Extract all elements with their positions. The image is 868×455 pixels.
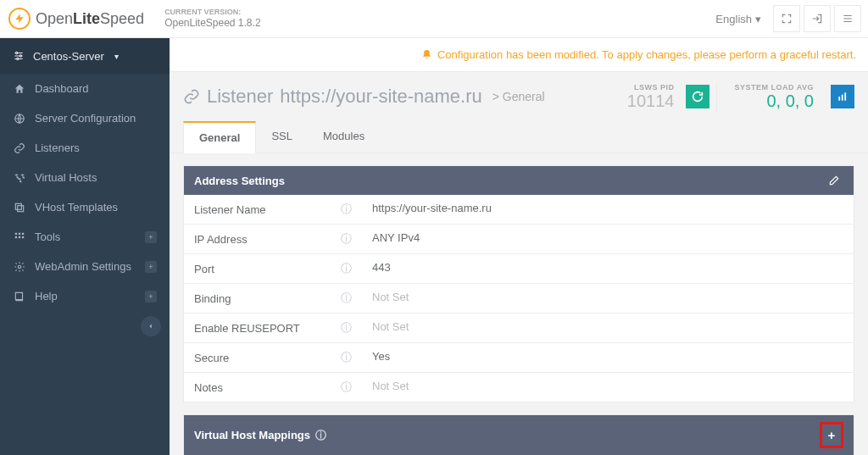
svg-rect-8 (22, 232, 24, 234)
edit-button[interactable] (825, 173, 843, 188)
bell-icon (421, 49, 432, 60)
language-label: English (715, 13, 752, 25)
topbar: OpenLiteSpeed CURRENT VERSION: OpenLiteS… (0, 0, 868, 38)
row-label: Listener Name (194, 203, 266, 216)
chevron-down-icon: ▾ (755, 13, 761, 25)
row-value: https://your-site-name.ru (362, 195, 854, 224)
sidebar-collapse (0, 311, 170, 341)
copy-icon (13, 202, 26, 214)
row-ip-address: IP Addressⓘ ANY IPv4 (184, 225, 854, 254)
menu-button[interactable] (834, 5, 861, 32)
grid-icon (13, 231, 26, 243)
svg-rect-15 (842, 95, 843, 101)
panel-header: Address Settings (184, 166, 854, 195)
stats-chart-button[interactable] (831, 85, 854, 108)
svg-rect-16 (844, 92, 846, 100)
gear-icon (13, 261, 26, 273)
stat-load: SYSTEM LOAD AVG 0, 0, 0 (724, 83, 824, 111)
book-icon (13, 291, 26, 302)
help-icon[interactable]: ⓘ (341, 261, 352, 276)
help-icon[interactable]: ⓘ (315, 428, 326, 443)
tab-modules[interactable]: Modules (308, 121, 380, 153)
server-selector[interactable]: Centos-Server ▾ (0, 38, 170, 74)
nav-tools[interactable]: Tools + (0, 222, 170, 252)
globe-icon (13, 113, 26, 125)
row-label: Port (194, 263, 214, 275)
logout-button[interactable] (804, 5, 831, 32)
row-value: Not Set (362, 314, 854, 342)
config-alert[interactable]: Configuration has been modified. To appl… (170, 38, 868, 72)
nav-help[interactable]: Help + (0, 281, 170, 311)
add-button[interactable]: + (824, 426, 839, 444)
row-label: Secure (194, 352, 229, 364)
row-value: Not Set (362, 373, 854, 402)
add-highlight: + (820, 422, 843, 448)
nav-vhost-templates[interactable]: VHost Templates (0, 192, 170, 222)
nav-label: Dashboard (35, 82, 89, 95)
breadcrumb: > General (492, 90, 545, 103)
tab-ssl[interactable]: SSL (256, 121, 308, 153)
version-label: CURRENT VERSION: (164, 8, 260, 17)
link-icon (13, 142, 26, 154)
tabs: General SSL Modules (170, 121, 868, 153)
svg-point-0 (16, 52, 18, 53)
separator (716, 82, 717, 111)
panel-title: Address Settings (194, 175, 285, 187)
fullscreen-button[interactable] (773, 5, 800, 32)
row-label: IP Address (194, 233, 248, 246)
version-value: OpenLiteSpeed 1.8.2 (164, 17, 260, 29)
svg-point-12 (18, 265, 21, 269)
row-listener-name: Listener Nameⓘ https://your-site-name.ru (184, 195, 854, 225)
title-name: https://your-site-name.ru (280, 86, 481, 108)
stat-pid: LSWS PID 10114 (617, 83, 685, 111)
page-head: Listener https://your-site-name.ru > Gen… (170, 72, 868, 121)
logo-text: OpenLiteSpeed (36, 10, 144, 28)
alert-text: Configuration has been modified. To appl… (437, 48, 856, 61)
row-port: Portⓘ 443 (184, 254, 854, 284)
nav-label: Server Configuration (35, 112, 136, 125)
svg-rect-9 (15, 236, 17, 237)
help-icon[interactable]: ⓘ (341, 350, 352, 365)
link-icon (183, 88, 200, 105)
help-icon[interactable]: ⓘ (341, 380, 352, 395)
nav-listeners[interactable]: Listeners (0, 133, 170, 163)
help-icon[interactable]: ⓘ (341, 231, 352, 247)
nav-list: Dashboard Server Configuration Listeners… (0, 74, 170, 311)
sliders-icon (13, 50, 25, 62)
nav-webadmin-settings[interactable]: WebAdmin Settings + (0, 252, 170, 281)
home-icon (13, 83, 26, 95)
nav-dashboard[interactable]: Dashboard (0, 74, 170, 103)
row-secure: Secureⓘ Yes (184, 343, 854, 373)
row-value: Yes (362, 343, 854, 372)
svg-rect-4 (18, 205, 24, 211)
panel-address-settings: Address Settings Listener Nameⓘ https://… (183, 165, 854, 402)
row-reuseport: Enable REUSEPORTⓘ Not Set (184, 314, 854, 343)
svg-rect-7 (19, 232, 20, 234)
nav-virtual-hosts[interactable]: Virtual Hosts (0, 163, 170, 192)
help-icon[interactable]: ⓘ (341, 202, 352, 217)
row-label: Notes (194, 381, 223, 394)
plus-icon: + (145, 231, 157, 243)
svg-point-2 (17, 58, 19, 59)
svg-rect-5 (15, 203, 21, 209)
language-selector[interactable]: English ▾ (715, 13, 761, 25)
nav-label: Virtual Hosts (35, 171, 97, 184)
plus-icon: + (145, 291, 157, 302)
nav-server-configuration[interactable]: Server Configuration (0, 103, 170, 133)
row-label: Enable REUSEPORT (194, 322, 300, 335)
collapse-button[interactable] (141, 316, 161, 336)
page-title: Listener https://your-site-name.ru > Gen… (183, 86, 617, 108)
svg-rect-10 (19, 236, 20, 237)
tab-general[interactable]: General (183, 121, 256, 153)
nav-label: Listeners (35, 141, 80, 154)
panel-title: Virtual Host Mappings (194, 429, 310, 441)
nav-label: Tools (35, 230, 60, 243)
stat-label: LSWS PID (627, 83, 675, 92)
restart-button[interactable] (686, 85, 709, 108)
row-notes: Notesⓘ Not Set (184, 373, 854, 402)
panel-vhost-mappings: Virtual Host Mappings ⓘ + Virtual Host D… (183, 414, 854, 455)
help-icon[interactable]: ⓘ (341, 320, 352, 336)
version-box: CURRENT VERSION: OpenLiteSpeed 1.8.2 (164, 8, 260, 29)
help-icon[interactable]: ⓘ (341, 291, 352, 306)
logo[interactable]: OpenLiteSpeed (0, 0, 153, 37)
